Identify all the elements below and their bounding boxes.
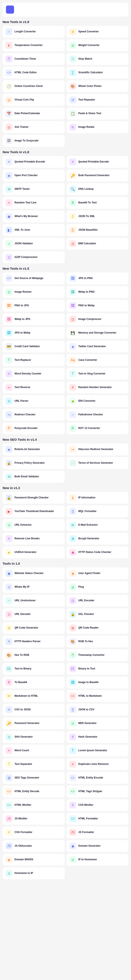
tool-card[interactable]: ⏱Countdown Timer — [3, 53, 65, 65]
tool-card[interactable]: JSJS Formatter — [67, 826, 129, 838]
tool-card[interactable]: ≡Remove Line Breaks — [3, 533, 65, 545]
tool-card[interactable]: 🎨Hex To RGB — [3, 649, 65, 661]
tool-card[interactable]: 🔒Privacy Policy Generator — [3, 457, 65, 469]
tool-card[interactable]: PPunycode Encoder — [3, 422, 65, 434]
tool-card[interactable]: ⊙MD5 Generator — [67, 718, 129, 729]
tool-card[interactable]: ⚖Weight Converter — [67, 40, 129, 51]
tool-card[interactable]: ✓JSON Validator — [3, 238, 65, 250]
tool-card[interactable]: ⏲Stop Watch — [67, 53, 129, 65]
tool-card[interactable]: ≡Random Text Line — [3, 197, 65, 209]
tool-card[interactable]: 🔑Password Generator — [3, 718, 65, 729]
tool-card[interactable]: {}JSON To XML — [67, 210, 129, 223]
tool-card[interactable]: #CSS Minifier — [67, 799, 129, 811]
tool-card[interactable]: BTo Base64 — [3, 676, 65, 689]
tool-card[interactable]: 🔑Bulk Password Generator — [67, 170, 129, 181]
tool-card[interactable]: ⊙URL Parser — [3, 395, 65, 407]
tool-card[interactable]: ⊙IP to Hostname — [67, 854, 129, 865]
tool-card[interactable]: ⊙GZIP Compression — [3, 251, 65, 263]
tool-card[interactable]: <>HTML Tags Stripper — [67, 786, 129, 797]
tool-card[interactable]: ↪Redirect Checker — [3, 409, 65, 421]
tool-card[interactable]: ⊞QR Code Reader — [67, 622, 129, 634]
tool-card[interactable]: 🔒SSL Checker — [67, 608, 129, 620]
tool-card[interactable]: ◈User Agent Finder — [67, 568, 129, 579]
tool-card[interactable]: 🖼Webp to JPG — [3, 313, 65, 325]
tool-card[interactable]: ✉E-Mail Extractor — [67, 519, 129, 531]
tool-card[interactable]: 🌡Temperature Converter — [3, 40, 65, 51]
tool-card[interactable]: #Hash Generator — [67, 731, 129, 743]
tool-card[interactable]: 🖼Image To Grayscale — [3, 135, 65, 147]
tool-card[interactable]: ↪Htaccess Redirect Generator — [67, 444, 129, 455]
tool-card[interactable]: ◎Aim Trainer — [3, 121, 65, 133]
tool-card[interactable]: ⊡Image Compressor — [67, 313, 129, 325]
tool-card[interactable]: ⊞QR Code Generator — [3, 622, 65, 634]
tool-card[interactable]: ⊡Image Resizer — [3, 286, 65, 298]
tool-card[interactable]: <>HTML Code Editor — [3, 67, 65, 79]
tool-card[interactable]: 🎨Wheel Color Picker — [67, 80, 129, 92]
tool-card[interactable]: ◈Open Port Checker — [3, 170, 65, 181]
tool-card[interactable]: ⏱Timestamp Converter — [67, 649, 129, 661]
tool-card[interactable]: ◉Domain Generator — [67, 840, 129, 852]
tool-card[interactable]: ↺Text Repeater — [67, 94, 129, 106]
tool-card[interactable]: ⊡URL Encoder — [67, 595, 129, 607]
tool-card[interactable]: ⊙Whats My IP — [3, 581, 65, 593]
tool-card[interactable]: 🕐Online Countries Clock — [3, 80, 65, 92]
tool-card[interactable]: ⚙Bcrypt Generator — [67, 533, 129, 545]
tool-card[interactable]: 💳Credit Card Validator — [3, 340, 65, 353]
tool-card[interactable]: 🖼Image to Base64 — [67, 676, 129, 689]
tool-card[interactable]: ≡Word Count — [3, 745, 65, 757]
tool-card[interactable]: #Random Number Generator — [67, 382, 129, 393]
tool-card[interactable]: ≡CSV to JSON — [3, 704, 65, 716]
tool-card[interactable]: ◈Robots.txt Generator — [3, 444, 65, 455]
tool-card[interactable]: <>HTML to Markdown — [67, 690, 129, 702]
tool-card[interactable]: ✉SMTP Tester — [3, 183, 65, 195]
tool-card[interactable]: ◎Virtual Coin Flip — [3, 94, 65, 106]
tool-card[interactable]: RROT 13 Converter — [67, 422, 129, 434]
tool-card[interactable]: ⚖BMI Calculator — [67, 238, 129, 250]
tool-card[interactable]: ▶YouTube Thumbnail Downloader — [3, 506, 65, 517]
tool-card[interactable]: TText Replacer — [3, 354, 65, 366]
tool-card[interactable]: ⊡URL Decoder — [3, 608, 65, 620]
tool-card[interactable]: 🖼PNG to Webp — [67, 300, 129, 312]
tool-card[interactable]: ≡Word Density Counter — [3, 368, 65, 380]
tool-card[interactable]: ↔URL Unshortener — [3, 595, 65, 607]
tool-card[interactable]: ⊞SEO Tags Generator — [3, 772, 65, 784]
tool-card[interactable]: <>HTML Entity Decode — [3, 786, 65, 797]
tool-card[interactable]: 🖼JPG to PNG — [67, 272, 129, 284]
tool-card[interactable]: <>HTML Entity Encode — [67, 772, 129, 784]
tool-card[interactable]: ↩Text Reverse — [3, 382, 65, 393]
tool-card[interactable]: 01Text to Binary — [3, 663, 65, 675]
tool-card[interactable]: #CSS Formatter — [3, 826, 65, 838]
tool-card[interactable]: ◧XML To Json — [3, 224, 65, 236]
tool-card[interactable]: {}JSON Beautifier — [67, 224, 129, 236]
tool-card[interactable]: TLorem Ipsum Generator — [67, 745, 129, 757]
tool-card[interactable]: TText Separator — [3, 758, 65, 770]
tool-card[interactable]: TText to Slug Converter — [67, 368, 129, 380]
tool-card[interactable]: ≡Duplicate Lines Remover — [67, 758, 129, 770]
tool-card[interactable]: 📋Paste & Share Text — [67, 108, 129, 119]
tool-card[interactable]: ⊙Hostname to IP — [3, 867, 65, 879]
tool-card[interactable]: {}MQL Formatter — [67, 506, 129, 517]
tool-card[interactable]: JSJS Minifier — [3, 813, 65, 825]
tool-card[interactable]: JSJS Obfuscator — [3, 840, 65, 852]
tool-card[interactable]: <>HTML Formatter — [67, 813, 129, 825]
tool-card[interactable]: ⊙SHA Generator — [3, 731, 65, 743]
tool-card[interactable]: {}JSON to CSV — [67, 704, 129, 716]
tool-card[interactable]: ≡HTTP Headers Parser — [3, 636, 65, 648]
tool-card[interactable]: ◎Ping — [67, 581, 129, 593]
tool-card[interactable]: ◈UUIDv4 Generator — [3, 546, 65, 558]
tool-card[interactable]: ◈Domain WHOIS — [3, 854, 65, 865]
tool-card[interactable]: ⚡Speed Converter — [67, 26, 129, 38]
tool-card[interactable]: 🖼JPG to Webp — [3, 327, 65, 339]
tool-card[interactable]: 💾Memory and Storage Converter — [67, 327, 129, 339]
tool-card[interactable]: ↔Palindrome Checker — [67, 409, 129, 421]
tool-card[interactable]: ↔Length Converter — [3, 26, 65, 38]
tool-card[interactable]: ✉Bulk Email Validator — [3, 471, 65, 483]
tool-card[interactable]: 🖼PNG to JPG — [3, 300, 65, 312]
tool-card[interactable]: 📄Terms of Services Generator — [67, 457, 129, 469]
tool-card[interactable]: ◈Twitter Card Generator — [67, 340, 129, 353]
tool-card[interactable]: ◉What's My Browser — [3, 210, 65, 223]
tool-card[interactable]: 🔍DNS Lookup — [67, 183, 129, 195]
tool-card[interactable]: 01Binary to Text — [67, 663, 129, 675]
tool-card[interactable]: ◉Website Status Checker — [3, 568, 65, 579]
tool-card[interactable]: <>HTML Minifier — [3, 799, 65, 811]
